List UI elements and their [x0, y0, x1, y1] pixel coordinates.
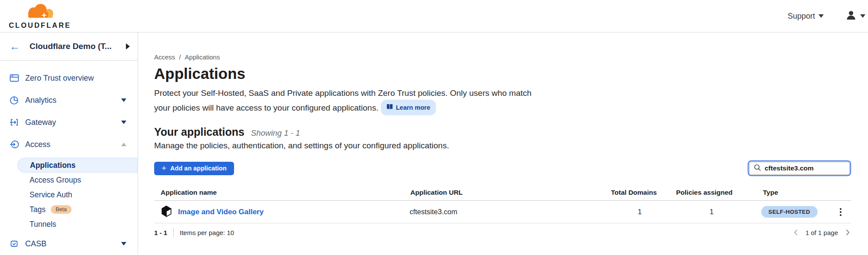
- cloudflare-cloud-icon: [24, 3, 56, 21]
- book-icon: [386, 101, 393, 114]
- sidebar-item-access[interactable]: Access: [0, 136, 138, 153]
- sidebar-item-label: Tags: [30, 205, 46, 214]
- sidebar-item-label: Service Auth: [30, 190, 72, 199]
- login-arrow-icon: [10, 140, 19, 149]
- section-header: Your applications Showing 1 - 1: [154, 126, 851, 138]
- column-type: Type: [763, 189, 840, 196]
- table-header-row: Application name Application URL Total D…: [154, 185, 851, 201]
- add-application-label: Add an application: [170, 165, 227, 172]
- search-input[interactable]: [765, 164, 845, 172]
- sidebar-item-service-auth[interactable]: Service Auth: [0, 187, 138, 202]
- page-title: Applications: [154, 65, 851, 82]
- learn-more-label: Learn more: [396, 101, 430, 114]
- column-total-domains: Total Domains: [611, 189, 672, 196]
- total-domains-cell: 1: [610, 208, 670, 216]
- sidebar-item-casb[interactable]: CASB: [0, 235, 138, 252]
- sidebar-item-label: Analytics: [25, 96, 56, 105]
- sidebar-item-label: Gateway: [25, 118, 56, 127]
- sidebar-item-tags[interactable]: Tags Beta: [0, 202, 138, 217]
- breadcrumb-current: Applications: [185, 53, 220, 61]
- column-application-name: Application name: [154, 189, 410, 196]
- back-arrow-icon[interactable]: ←: [10, 41, 20, 52]
- section-description: Manage the policies, authentication, and…: [154, 141, 851, 150]
- sidebar: ← Cloudflare Demo (T... Zero Trust overv…: [0, 33, 138, 255]
- chevron-up-icon: [121, 143, 126, 146]
- column-policies-assigned: Policies assigned: [676, 189, 751, 196]
- browser-window-icon: [10, 74, 19, 82]
- sidebar-item-analytics[interactable]: Analytics: [0, 92, 138, 109]
- sidebar-item-label: Access: [25, 140, 50, 149]
- sidebar-item-applications[interactable]: Applications: [17, 158, 138, 173]
- sidebar-item-label: CASB: [25, 239, 46, 248]
- pie-chart-icon: [10, 96, 19, 105]
- previous-page-icon[interactable]: [792, 229, 799, 236]
- page-description: Protect your Self-Hosted, SaaS and Priva…: [154, 87, 547, 115]
- chevron-down-icon: [121, 98, 126, 102]
- page-description-text: Protect your Self-Hosted, SaaS and Priva…: [154, 88, 531, 112]
- sidebar-item-access-groups[interactable]: Access Groups: [0, 173, 138, 187]
- breadcrumb-separator: /: [179, 53, 181, 61]
- beta-badge: Beta: [51, 205, 72, 214]
- table-footer: 1 - 1 Items per page: 10 1 of 1 page: [154, 223, 851, 242]
- table-row: Image and Video Gallery cftestsite3.com …: [154, 201, 851, 223]
- search-icon: [754, 164, 761, 173]
- cloudflare-wordmark: CLOUDFLARE: [9, 21, 71, 29]
- user-avatar-icon: [846, 10, 856, 22]
- sidebar-nav: Zero Trust overview Analytics: [0, 61, 138, 252]
- account-switcher: ← Cloudflare Demo (T...: [0, 33, 138, 61]
- account-name[interactable]: Cloudflare Demo (T...: [30, 42, 126, 51]
- breadcrumb: Access / Applications: [154, 53, 851, 61]
- sidebar-item-tunnels[interactable]: Tunnels: [0, 217, 138, 232]
- sidebar-item-label: Zero Trust overview: [25, 74, 94, 83]
- chevron-down-icon: [860, 14, 865, 18]
- breadcrumb-access[interactable]: Access: [154, 53, 175, 61]
- expand-right-icon[interactable]: [126, 43, 130, 49]
- learn-more-link[interactable]: Learn more: [381, 100, 436, 115]
- support-label: Support: [788, 12, 815, 21]
- support-menu[interactable]: Support: [788, 12, 824, 21]
- items-per-page[interactable]: Items per page: 10: [180, 229, 234, 236]
- toolbar: + Add an application: [154, 160, 851, 176]
- add-application-button[interactable]: + Add an application: [154, 162, 234, 175]
- top-bar-right: Support: [788, 10, 865, 22]
- gateway-icon: [10, 118, 19, 127]
- main-content: Access / Applications Applications Prote…: [138, 33, 868, 255]
- sidebar-item-label: Access Groups: [30, 176, 81, 185]
- cloudflare-logo[interactable]: CLOUDFLARE: [7, 3, 73, 29]
- application-name-link[interactable]: Image and Video Gallery: [178, 208, 264, 216]
- checkbox-sync-icon: [10, 239, 19, 248]
- chevron-down-icon: [121, 121, 126, 124]
- plus-icon: +: [162, 164, 166, 172]
- search-box: [748, 160, 851, 176]
- chevron-down-icon: [121, 242, 126, 245]
- footer-divider: [173, 228, 174, 237]
- page-info: 1 of 1 page: [805, 229, 838, 236]
- zero-trust-dashboard: CLOUDFLARE Support ← Cloudflare Demo (: [0, 0, 868, 255]
- next-page-icon[interactable]: [844, 229, 851, 236]
- user-menu[interactable]: [846, 10, 865, 22]
- policies-assigned-cell: 1: [674, 208, 749, 216]
- applications-table: Application name Application URL Total D…: [154, 185, 851, 242]
- section-title: Your applications: [154, 126, 244, 138]
- results-range: 1 - 1: [154, 229, 167, 236]
- sidebar-item-zero-trust-overview[interactable]: Zero Trust overview: [0, 69, 138, 87]
- application-url-cell: cftestsite3.com: [409, 208, 609, 216]
- showing-count: Showing 1 - 1: [251, 128, 300, 138]
- top-bar: CLOUDFLARE Support: [0, 0, 868, 33]
- chevron-down-icon: [818, 14, 824, 18]
- sidebar-item-label: Tunnels: [30, 220, 56, 229]
- row-menu-kebab-icon[interactable]: [838, 206, 843, 218]
- sidebar-item-label: Applications: [30, 161, 76, 170]
- application-cube-icon: [161, 205, 172, 219]
- sidebar-item-gateway[interactable]: Gateway: [0, 114, 138, 131]
- type-badge: SELF-HOSTED: [761, 206, 818, 218]
- column-application-url: Application URL: [410, 189, 611, 196]
